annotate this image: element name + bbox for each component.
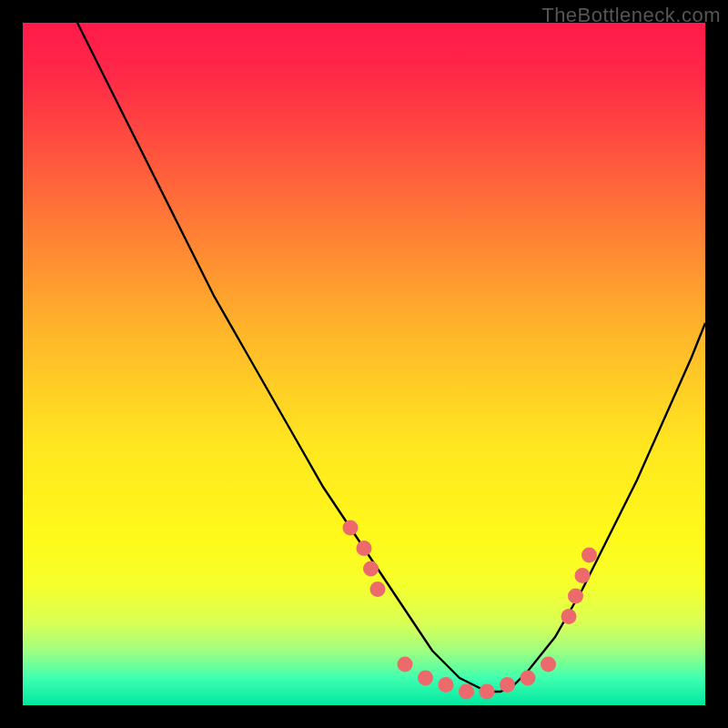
marker-dot — [418, 671, 433, 686]
marker-dot — [343, 521, 359, 536]
marker-dot — [568, 589, 583, 604]
marker-dot — [575, 568, 591, 583]
marker-dot — [363, 561, 379, 577]
marker-dot — [581, 548, 597, 563]
marker-dot — [459, 684, 474, 700]
chart-area — [23, 23, 705, 705]
marker-dot — [521, 671, 536, 686]
marker-dot — [398, 657, 413, 672]
marker-dot — [561, 609, 577, 624]
bottleneck-plot-svg — [23, 23, 705, 705]
marker-dot — [480, 684, 495, 700]
marker-dot — [541, 657, 556, 672]
marker-dots-group — [343, 521, 598, 700]
bottleneck-curve — [77, 23, 705, 692]
marker-dot — [439, 677, 454, 693]
marker-dot — [357, 541, 372, 556]
marker-dot — [500, 677, 515, 693]
marker-dot — [370, 581, 386, 597]
